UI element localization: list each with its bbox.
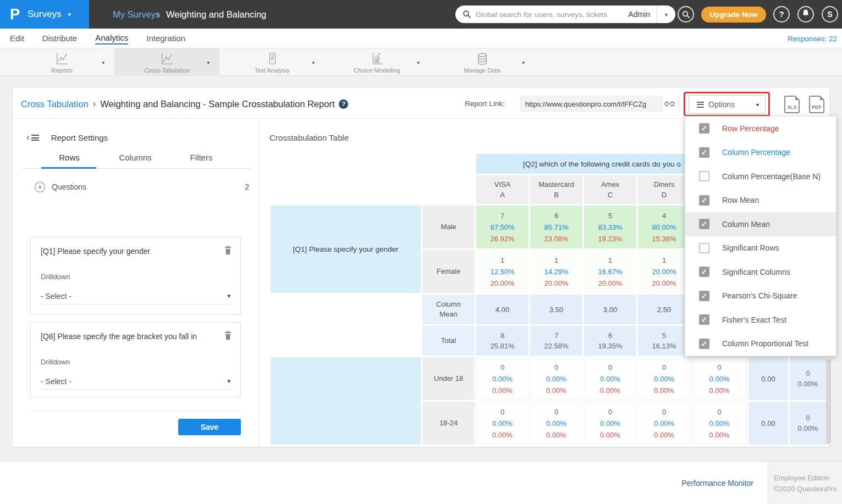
chevron-down-icon[interactable]: ▾: [417, 60, 420, 65]
module-tab-cross-tabulation[interactable]: Cross-Tabulation▾: [114, 48, 219, 76]
row-mean-cell: 0.00: [749, 357, 788, 400]
account-avatar[interactable]: S: [822, 6, 838, 23]
count-value: 1: [662, 254, 666, 266]
option-item-column-proportional-test[interactable]: ✓Column Proportional Test: [685, 332, 836, 356]
data-cell: 114.29%20.00%: [530, 250, 582, 293]
checkbox-checked-icon[interactable]: ✓: [699, 147, 709, 158]
checkbox-checked-icon[interactable]: ✓: [699, 314, 709, 325]
breadcrumb-my-surveys[interactable]: My Surveys: [113, 0, 160, 29]
option-item-pearson-s-chi-square[interactable]: ✓Pearson's Chi-Square: [685, 284, 836, 308]
column-percentage: 14.29%: [544, 266, 568, 278]
search-submit-button[interactable]: [678, 6, 694, 23]
chevron-down-icon[interactable]: ▾: [312, 60, 315, 65]
chevron-down-icon[interactable]: ▾: [522, 60, 525, 65]
checkbox-checked-icon[interactable]: ✓: [699, 123, 709, 134]
option-item-significant-rows[interactable]: Significant Rows: [685, 236, 836, 261]
module-tab-reports[interactable]: Reports▾: [9, 48, 114, 76]
tab-filters[interactable]: Filters: [168, 153, 234, 169]
tab-rows[interactable]: Rows: [36, 153, 102, 169]
option-label: Column Percentage(Base N): [722, 172, 821, 181]
help-icon[interactable]: ?: [339, 99, 348, 109]
list-icon: [697, 102, 704, 108]
option-item-column-mean[interactable]: ✓Column Mean: [685, 212, 836, 236]
nav-tab-edit[interactable]: Edit: [10, 34, 24, 44]
search-scope-selector[interactable]: Admin: [628, 10, 657, 19]
total-cell: 00.00%: [790, 402, 826, 445]
drilldown-select[interactable]: - Select -▾: [41, 373, 232, 390]
report-header: Cross Tabulation › Weighting and Balanci…: [13, 88, 829, 119]
checkbox-checked-icon[interactable]: ✓: [699, 339, 709, 349]
text-analysis-icon: [265, 51, 279, 66]
count-value: 0: [806, 413, 810, 423]
module-tab-choice-modelling[interactable]: Choice Modelling▾: [324, 48, 430, 76]
percentage-value: 16.13%: [652, 341, 676, 351]
option-item-row-mean[interactable]: ✓Row Mean: [685, 189, 836, 213]
column-name: Amex: [601, 179, 619, 190]
search-icon: [463, 10, 471, 19]
total-cell: 00.00%: [790, 357, 826, 400]
export-xls-button[interactable]: XLS: [784, 96, 800, 113]
checkbox-unchecked-icon[interactable]: [699, 171, 709, 181]
link-icon[interactable]: [664, 98, 675, 112]
option-item-fisher-s-exact-test[interactable]: ✓Fisher's Exact Test: [685, 308, 836, 332]
performance-monitor-link[interactable]: Performance Monitor: [681, 479, 753, 488]
chevron-down-icon[interactable]: ▾: [657, 12, 675, 18]
responses-count[interactable]: Responses: 22: [788, 29, 837, 48]
checkbox-checked-icon[interactable]: ✓: [699, 291, 709, 301]
total-cell: 619.35%: [584, 326, 636, 356]
upgrade-now-button[interactable]: Upgrade Now: [701, 7, 766, 23]
count-value: 6: [554, 210, 558, 221]
nav-tab-integration[interactable]: Integration: [146, 34, 185, 44]
chevron-down-icon[interactable]: ▾: [207, 60, 210, 65]
checkbox-checked-icon[interactable]: ✓: [699, 267, 709, 277]
row-percentage: 15.38%: [652, 233, 676, 245]
row-percentage: 0.00%: [654, 385, 674, 396]
drilldown-select[interactable]: - Select -▾: [41, 288, 232, 304]
checkbox-checked-icon[interactable]: ✓: [699, 219, 709, 229]
trash-icon[interactable]: [223, 330, 233, 343]
checkbox-checked-icon[interactable]: ✓: [699, 195, 709, 206]
row-percentage: 0.00%: [600, 429, 620, 441]
tab-columns[interactable]: Columns: [102, 153, 168, 169]
options-button[interactable]: Options ▾: [689, 95, 766, 114]
save-button[interactable]: Save: [178, 419, 241, 435]
data-cell: 00.00%0.00%: [692, 357, 747, 400]
collapse-panel-button[interactable]: ‹ Report Settings: [26, 132, 108, 143]
chevron-down-icon[interactable]: ▾: [102, 60, 104, 65]
export-pdf-button[interactable]: PDF: [809, 96, 824, 113]
option-item-column-percentage[interactable]: ✓Column Percentage: [685, 141, 836, 165]
column-name: VISA: [494, 179, 511, 190]
pdf-icon: PDF: [810, 104, 823, 110]
row-label-total: Total: [422, 326, 475, 356]
chevron-down-icon: ▾: [756, 102, 759, 108]
add-questions-row[interactable]: + Questions 2: [35, 178, 250, 196]
nav-tab-distribute[interactable]: Distribute: [42, 34, 77, 44]
help-button[interactable]: ?: [773, 6, 790, 23]
product-switcher[interactable]: P Surveys ▾: [0, 0, 89, 29]
scrollbar-thumb[interactable]: [826, 359, 831, 444]
checkbox-unchecked-icon[interactable]: [699, 243, 709, 253]
count-value: 0: [608, 406, 612, 418]
search-input[interactable]: [476, 10, 628, 19]
chevron-down-icon: ▾: [68, 11, 71, 18]
plus-icon[interactable]: +: [35, 182, 45, 192]
option-item-significant-columns[interactable]: ✓Significant Columns: [685, 260, 836, 284]
option-item-row-percentage[interactable]: ✓Row Percentage: [685, 117, 836, 141]
notifications-button[interactable]: [797, 6, 814, 23]
nav-tab-analytics[interactable]: Analytics: [95, 33, 128, 45]
count-value: 8: [500, 330, 504, 341]
column-percentage: 0.00%: [600, 373, 620, 385]
column-letter: C: [608, 190, 613, 200]
option-label: Significant Columns: [722, 268, 790, 276]
edition-box: Employee Edition ©2020 QuestionPro: [767, 462, 842, 504]
cross-tabulation-link[interactable]: Cross Tabulation: [21, 99, 89, 109]
trash-icon[interactable]: [223, 245, 233, 258]
row-mean-cell: 0.00: [749, 402, 788, 445]
option-item-column-percentage-base-n[interactable]: Column Percentage(Base N): [685, 164, 836, 189]
report-link-url[interactable]: https://www.questionpro.com/t/lFFCZg: [520, 96, 663, 112]
module-tab-text-analysis[interactable]: Text Analysis▾: [219, 48, 324, 76]
option-label: Row Percentage: [722, 124, 779, 133]
module-tab-manage-data[interactable]: Manage Data▾: [430, 48, 535, 76]
column-percentage: 12.50%: [490, 266, 514, 278]
help-icon: ?: [779, 10, 784, 19]
